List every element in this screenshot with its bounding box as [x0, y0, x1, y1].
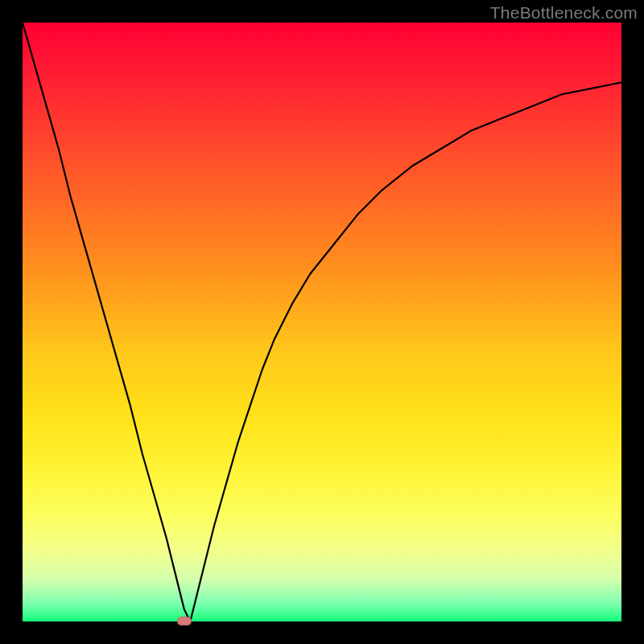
watermark-text: TheBottleneck.com: [490, 3, 638, 23]
bottleneck-curve: [23, 23, 621, 621]
chart-stage: TheBottleneck.com: [0, 0, 644, 644]
plot-area: [23, 23, 621, 621]
optimal-point-marker: [177, 617, 192, 625]
